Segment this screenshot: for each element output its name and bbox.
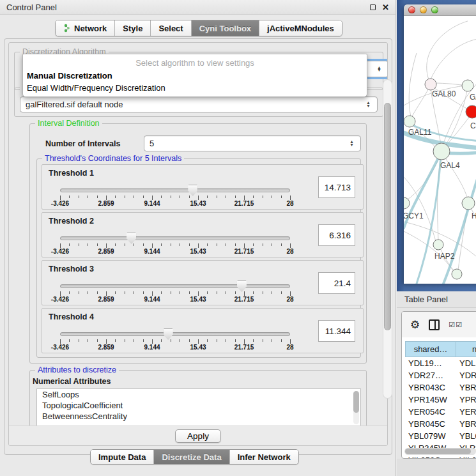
network-edge[interactable]	[411, 88, 429, 119]
table-hscrollbar[interactable]	[404, 448, 476, 455]
threshold-value-field[interactable]: 21.4	[318, 272, 355, 294]
slider-tick	[226, 196, 226, 198]
table-cell[interactable]: YBR043C	[405, 381, 456, 394]
column-header[interactable]: n	[456, 341, 476, 357]
table-cell[interactable]: YDL19…	[405, 357, 456, 369]
table-cell[interactable]: YPR1	[456, 394, 476, 406]
apply-button[interactable]: Apply	[175, 429, 221, 443]
network-node[interactable]	[452, 269, 462, 279]
slider-tick	[97, 339, 98, 342]
table-cell[interactable]: YPR145W	[405, 394, 456, 406]
network-node[interactable]	[462, 80, 473, 91]
algorithm-option[interactable]: Equal Width/Frequency Discretization	[23, 82, 367, 94]
table-row[interactable]: YDR27…YDR2	[405, 369, 476, 381]
attribute-item[interactable]: TopologicalCoefficient	[37, 400, 360, 411]
slider-tick	[263, 339, 263, 342]
table-cell[interactable]: YBL079W	[405, 430, 456, 442]
column-visibility-icons[interactable]: ☑☑	[449, 321, 461, 329]
table-cell[interactable]: YBL0	[456, 430, 476, 442]
attribute-item[interactable]: SelfLoops	[37, 389, 360, 400]
slider-track[interactable]	[60, 236, 290, 240]
table-data-combo[interactable]: galFiltered.sif default node ▲▼	[20, 96, 378, 112]
slider-tick	[226, 243, 226, 246]
close-icon[interactable]: ✕	[382, 3, 389, 12]
slider-thumb[interactable]	[188, 185, 197, 196]
network-node[interactable]	[466, 105, 476, 118]
tab-cyni-toolbox[interactable]: Cyni Toolbox	[192, 20, 259, 36]
table-cell[interactable]: YDR27…	[405, 369, 456, 381]
table-cell[interactable]: YER054C	[405, 406, 456, 418]
slider-tick	[180, 291, 180, 294]
slider-track[interactable]	[60, 284, 290, 288]
tab-infer-network[interactable]: Infer Network	[230, 450, 298, 464]
tab-impute-data[interactable]: Impute Data	[91, 450, 154, 464]
slider-tick	[272, 339, 272, 342]
gear-icon[interactable]: ⚙	[410, 318, 420, 332]
table-row[interactable]: YBL079WYBL0	[405, 430, 476, 442]
table-cell[interactable]: YIL052C	[405, 454, 456, 459]
network-node[interactable]	[425, 79, 436, 90]
window-close-icon[interactable]	[408, 6, 415, 13]
checkbox-checked-icon[interactable]: ☑	[456, 321, 461, 329]
table-row[interactable]: YDL19…YDL1	[405, 357, 476, 369]
network-node[interactable]	[404, 116, 415, 127]
table-cell[interactable]: YDR2	[456, 369, 476, 381]
float-window-icon[interactable]	[370, 4, 376, 10]
slider-thumb[interactable]	[164, 328, 173, 340]
window-minimize-icon[interactable]	[420, 6, 427, 13]
table-cell[interactable]: YER0	[456, 406, 476, 418]
tab-select[interactable]: Select	[151, 20, 191, 36]
threshold-value-field[interactable]: 14.713	[318, 176, 355, 198]
panel-scrollbar-thumb[interactable]	[384, 103, 391, 330]
network-node[interactable]	[404, 197, 410, 209]
table-toolbar: ⚙ ☑☑	[402, 312, 476, 337]
tab-network[interactable]: Network	[56, 20, 115, 36]
network-edge[interactable]	[431, 38, 476, 79]
network-node[interactable]	[433, 143, 450, 160]
network-node[interactable]	[462, 197, 475, 210]
attributes-scrollbar-thumb[interactable]	[353, 391, 359, 413]
num-intervals-combo[interactable]: 5 ▲▼	[144, 135, 361, 151]
slider-track[interactable]	[60, 188, 290, 192]
threshold-value-field[interactable]: 6.316	[318, 224, 355, 246]
slider-tick	[226, 291, 226, 294]
attribute-item[interactable]: BetweennessCentrality	[37, 411, 360, 422]
slider-thumb[interactable]	[237, 280, 247, 292]
threshold-value-field[interactable]: 11.344	[318, 320, 355, 342]
table-hscrollbar-thumb[interactable]	[405, 449, 471, 454]
table-row[interactable]: YPR145WYPR1	[405, 394, 476, 406]
table-row[interactable]: YER054CYER0	[405, 406, 476, 418]
table-row[interactable]: YIL052CYIL0	[405, 454, 476, 459]
table-cell[interactable]: YDL1	[456, 357, 476, 369]
table-row[interactable]: YBR043CYBR0	[405, 381, 476, 394]
slider-thumb[interactable]	[127, 233, 136, 244]
slider-tick-label: 15.43	[190, 200, 206, 207]
tab-style[interactable]: Style	[115, 20, 151, 36]
table-row[interactable]: YBR045CYBR0	[405, 418, 476, 430]
slider-tick	[97, 243, 98, 246]
threshold-panel-2: Threshold 2-3.4262.8599.14415.4321.71528…	[42, 212, 364, 257]
slider-tick	[60, 196, 61, 200]
network-edge[interactable]	[409, 53, 417, 117]
network-node[interactable]	[433, 240, 443, 250]
window-zoom-icon[interactable]	[431, 6, 438, 13]
algorithm-option[interactable]: Manual Discretization	[23, 70, 367, 82]
table-cell[interactable]: YIL0	[456, 454, 476, 459]
slider-track[interactable]	[60, 332, 290, 336]
split-columns-icon[interactable]	[429, 319, 440, 330]
network-canvas[interactable]: GAL80GACGAL11GAL4GCY1HHAP2	[404, 16, 476, 284]
table-cell[interactable]: YBR0	[456, 381, 476, 394]
table-cell[interactable]: YBR045C	[405, 418, 456, 430]
node-table[interactable]: shared…nYDL19…YDL1YDR27…YDR2YBR043CYBR0Y…	[405, 341, 476, 459]
attributes-scrollbar[interactable]	[353, 391, 359, 424]
table-cell[interactable]: YBR0	[456, 418, 476, 430]
panel-scrollbar[interactable]	[383, 79, 392, 399]
network-edge-highlighted[interactable]	[443, 169, 476, 284]
network-edge[interactable]	[433, 83, 465, 86]
combo-stepper-icon: ▲▼	[377, 66, 383, 72]
table-panel-title: Table Panel	[404, 295, 448, 304]
tab-jactivemnodules[interactable]: jActiveMNodules	[259, 20, 342, 36]
column-header[interactable]: shared…	[405, 341, 456, 357]
checkbox-checked-icon[interactable]: ☑	[449, 321, 454, 329]
tab-discretize-data[interactable]: Discretize Data	[154, 450, 229, 464]
